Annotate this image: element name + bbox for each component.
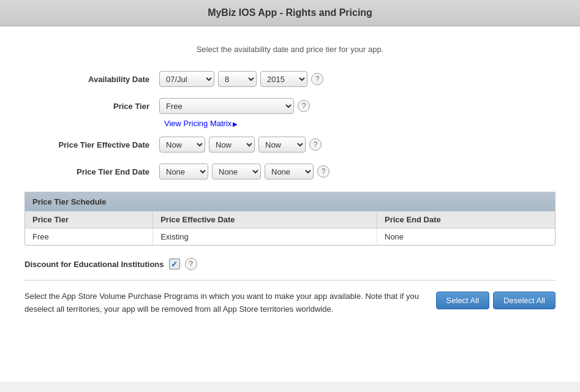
availability-date-help-icon[interactable]: ?	[311, 73, 323, 85]
row-end: None	[377, 228, 556, 246]
price-tier-effective-date-row: Price Tier Effective Date Now Jan Feb No…	[24, 137, 556, 153]
page-subtitle: Select the availability date and price t…	[24, 45, 556, 54]
deselect-all-button[interactable]: Deselect All	[493, 292, 556, 309]
price-tier-effective-date-label: Price Tier Effective Date	[24, 140, 159, 149]
price-tier-select[interactable]: Free Tier 1 Tier 2	[159, 98, 294, 114]
effective-date-col2-select[interactable]: Now 1 2	[209, 137, 255, 153]
row-tier: Free	[25, 228, 153, 246]
schedule-table: Price Tier Price Effective Date Price En…	[25, 211, 555, 245]
price-tier-end-date-row: Price Tier End Date None Jan Feb None 1 …	[24, 164, 556, 179]
availability-year-select[interactable]: 2015 2016 2017	[260, 71, 307, 87]
effective-date-col1-select[interactable]: Now Jan Feb	[159, 137, 205, 153]
table-row: Free Existing None	[25, 228, 555, 246]
end-date-col3-select[interactable]: None 2015 2016	[265, 164, 314, 179]
end-date-col2-select[interactable]: None 1 2	[212, 164, 261, 179]
price-tier-schedule-section: Price Tier Schedule Price Tier Price Eff…	[24, 192, 556, 246]
discount-checkbox[interactable]	[169, 258, 180, 270]
discount-row: Discount for Educational Institutions ?	[24, 258, 556, 270]
volume-purchase-section: Select the App Store Volume Purchase Pro…	[24, 290, 556, 316]
price-tier-end-date-label: Price Tier End Date	[24, 167, 159, 176]
main-content: Select the availability date and price t…	[0, 26, 580, 382]
page-title: MyBiz IOS App - Rights and Pricing	[0, 0, 580, 26]
availability-month-select[interactable]: 07/Jul 08/Aug 09/Sep	[159, 71, 214, 87]
view-pricing-matrix-link[interactable]: View Pricing Matrix▶	[164, 119, 556, 128]
price-tier-label: Price Tier	[24, 102, 159, 111]
schedule-col-end: Price End Date	[377, 211, 556, 228]
availability-day-select[interactable]: 8 1 15	[218, 71, 257, 87]
end-date-help-icon[interactable]: ?	[317, 165, 330, 178]
schedule-col-tier: Price Tier	[25, 211, 153, 228]
end-date-col1-select[interactable]: None Jan Feb	[159, 164, 208, 179]
volume-buttons: Select All Deselect All	[436, 292, 556, 309]
discount-help-icon[interactable]: ?	[185, 258, 197, 270]
schedule-col-effective: Price Effective Date	[153, 211, 377, 228]
pricing-arrow-icon: ▶	[233, 121, 238, 127]
price-tier-end-date-controls: None Jan Feb None 1 2 None 2015 2016 ?	[159, 164, 330, 179]
effective-date-col3-select[interactable]: Now 2015 2016	[258, 137, 306, 153]
volume-text: Select the App Store Volume Purchase Pro…	[24, 290, 424, 316]
discount-label: Discount for Educational Institutions	[24, 260, 164, 269]
availability-date-row: Availability Date 07/Jul 08/Aug 09/Sep 8…	[24, 71, 556, 87]
price-tier-effective-date-controls: Now Jan Feb Now 1 2 Now 2015 2016 ?	[159, 137, 322, 153]
section-divider	[24, 280, 556, 281]
effective-date-help-icon[interactable]: ?	[309, 138, 322, 151]
price-tier-controls: Free Tier 1 Tier 2 ?	[159, 98, 310, 114]
schedule-header: Price Tier Schedule	[25, 192, 555, 211]
select-all-button[interactable]: Select All	[436, 292, 489, 309]
row-effective: Existing	[153, 228, 377, 246]
price-tier-row: Price Tier Free Tier 1 Tier 2 ?	[24, 98, 556, 114]
availability-date-label: Availability Date	[24, 75, 159, 84]
availability-date-controls: 07/Jul 08/Aug 09/Sep 8 1 15 2015 2016 20…	[159, 71, 323, 87]
price-tier-help-icon[interactable]: ?	[298, 100, 310, 112]
